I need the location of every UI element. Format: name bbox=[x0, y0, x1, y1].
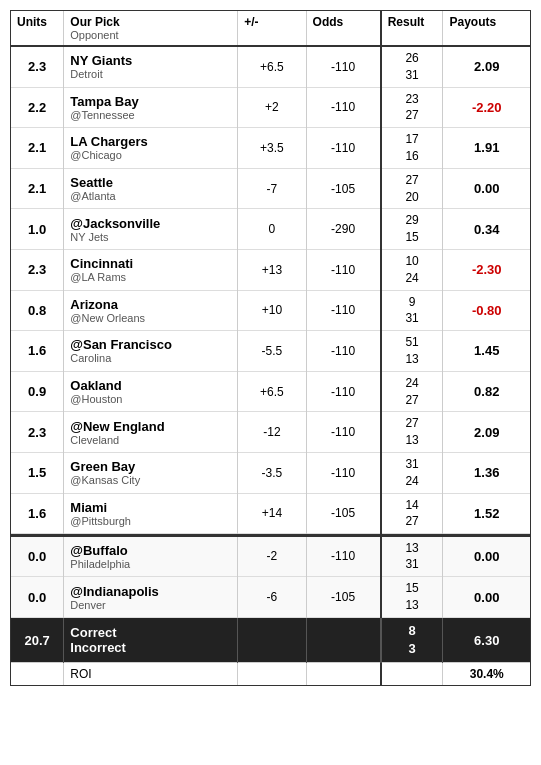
odds-cell: -290 bbox=[306, 209, 381, 250]
pick-cell: @San Francisco Carolina bbox=[64, 331, 238, 372]
score1: 51 bbox=[405, 334, 418, 351]
betting-table: Units Our Pick Opponent +/- Odds Result … bbox=[10, 10, 531, 686]
summary-odds bbox=[306, 617, 381, 662]
result-cell: 29 15 bbox=[381, 209, 443, 250]
score1: 27 bbox=[405, 172, 418, 189]
result-cell: 17 16 bbox=[381, 128, 443, 169]
summary-units: 20.7 bbox=[11, 617, 64, 662]
pick-opponent: @LA Rams bbox=[70, 271, 231, 283]
pick-name: Seattle bbox=[70, 175, 231, 190]
payout-value: -2.30 bbox=[472, 262, 502, 277]
payout-cell: -0.80 bbox=[443, 290, 530, 331]
score1: 9 bbox=[409, 294, 416, 311]
payout-cell: 1.52 bbox=[443, 493, 530, 534]
odds-cell: -110 bbox=[306, 46, 381, 87]
score1: 24 bbox=[405, 375, 418, 392]
result-scores: 13 31 bbox=[388, 540, 437, 574]
header-opponent: Opponent bbox=[70, 29, 231, 41]
units-cell: 1.6 bbox=[11, 493, 64, 534]
pm-cell: +2 bbox=[238, 87, 306, 128]
score2: 20 bbox=[405, 189, 418, 206]
payout-cell: 2.09 bbox=[443, 46, 530, 87]
pick-cell: Tampa Bay @Tennessee bbox=[64, 87, 238, 128]
table-row: 0.8 Arizona @New Orleans +10 -110 9 31 -… bbox=[11, 290, 530, 331]
payout-cell: 0.00 bbox=[443, 537, 530, 577]
score2: 13 bbox=[405, 432, 418, 449]
units-cell: 2.3 bbox=[11, 46, 64, 87]
result-scores: 29 15 bbox=[388, 212, 437, 246]
summary-results: 8 3 bbox=[381, 617, 443, 662]
pick-cell: @Jacksonville NY Jets bbox=[64, 209, 238, 250]
result-cell: 9 31 bbox=[381, 290, 443, 331]
summary-payout: 6.30 bbox=[443, 617, 530, 662]
pick-name: NY Giants bbox=[70, 53, 231, 68]
pm-cell: -3.5 bbox=[238, 452, 306, 493]
roi-row: ROI 30.4% bbox=[11, 663, 530, 686]
pm-cell: -12 bbox=[238, 412, 306, 453]
correct-count: 8 bbox=[408, 622, 415, 640]
payout-cell: -2.30 bbox=[443, 249, 530, 290]
result-cell: 31 24 bbox=[381, 452, 443, 493]
header-pick: Our Pick Opponent bbox=[64, 11, 238, 46]
result-scores: 26 31 bbox=[388, 50, 437, 84]
odds-cell: -110 bbox=[306, 371, 381, 412]
units-cell: 0.0 bbox=[11, 537, 64, 577]
pending-table-row: 0.0 @Buffalo Philadelphia -2 -110 13 31 … bbox=[11, 537, 530, 577]
table-row: 2.2 Tampa Bay @Tennessee +2 -110 23 27 -… bbox=[11, 87, 530, 128]
pick-cell: @Buffalo Philadelphia bbox=[64, 537, 238, 577]
result-cell: 23 27 bbox=[381, 87, 443, 128]
pick-name: @San Francisco bbox=[70, 337, 231, 352]
result-cell: 15 13 bbox=[381, 577, 443, 618]
units-cell: 0.9 bbox=[11, 371, 64, 412]
pick-opponent: @Chicago bbox=[70, 149, 231, 161]
pick-opponent: Denver bbox=[70, 599, 231, 611]
units-cell: 2.1 bbox=[11, 128, 64, 169]
pick-cell: Cincinnati @LA Rams bbox=[64, 249, 238, 290]
pick-opponent: NY Jets bbox=[70, 231, 231, 243]
result-cell: 13 31 bbox=[381, 537, 443, 577]
pick-opponent: Cleveland bbox=[70, 434, 231, 446]
pick-opponent: @Houston bbox=[70, 393, 231, 405]
result-scores: 9 31 bbox=[388, 294, 437, 328]
pick-opponent: @New Orleans bbox=[70, 312, 231, 324]
pick-cell: Oakland @Houston bbox=[64, 371, 238, 412]
pick-name: Cincinnati bbox=[70, 256, 231, 271]
pick-cell: Arizona @New Orleans bbox=[64, 290, 238, 331]
score1: 31 bbox=[405, 456, 418, 473]
pick-name: Green Bay bbox=[70, 459, 231, 474]
header-row: Units Our Pick Opponent +/- Odds Result … bbox=[11, 11, 530, 46]
odds-cell: -105 bbox=[306, 493, 381, 534]
pick-opponent: @Kansas City bbox=[70, 474, 231, 486]
pick-cell: Seattle @Atlanta bbox=[64, 168, 238, 209]
pick-cell: Green Bay @Kansas City bbox=[64, 452, 238, 493]
pick-cell: @New England Cleveland bbox=[64, 412, 238, 453]
payout-value: 0.00 bbox=[474, 181, 499, 196]
pending-table-row: 0.0 @Indianapolis Denver -6 -105 15 13 0… bbox=[11, 577, 530, 618]
pick-name: LA Chargers bbox=[70, 134, 231, 149]
pm-cell: -6 bbox=[238, 577, 306, 618]
payout-value: 1.45 bbox=[474, 343, 499, 358]
payout-cell: 0.00 bbox=[443, 168, 530, 209]
roi-value: 30.4% bbox=[443, 663, 530, 686]
pick-cell: LA Chargers @Chicago bbox=[64, 128, 238, 169]
pm-cell: -5.5 bbox=[238, 331, 306, 372]
payout-value: 0.00 bbox=[474, 590, 499, 605]
roi-odds bbox=[306, 663, 381, 686]
payout-value: 0.34 bbox=[474, 222, 499, 237]
score2: 27 bbox=[405, 107, 418, 124]
score1: 17 bbox=[405, 131, 418, 148]
pm-cell: +3.5 bbox=[238, 128, 306, 169]
result-scores: 15 13 bbox=[388, 580, 437, 614]
table-row: 1.6 @San Francisco Carolina -5.5 -110 51… bbox=[11, 331, 530, 372]
payout-cell: 1.45 bbox=[443, 331, 530, 372]
payout-cell: 1.91 bbox=[443, 128, 530, 169]
result-scores: 27 20 bbox=[388, 172, 437, 206]
odds-cell: -110 bbox=[306, 412, 381, 453]
result-scores: 27 13 bbox=[388, 415, 437, 449]
score1: 23 bbox=[405, 91, 418, 108]
pick-cell: NY Giants Detroit bbox=[64, 46, 238, 87]
pick-opponent: @Atlanta bbox=[70, 190, 231, 202]
incorrect-label: Incorrect bbox=[70, 640, 231, 655]
roi-pm bbox=[238, 663, 306, 686]
pm-cell: +6.5 bbox=[238, 371, 306, 412]
